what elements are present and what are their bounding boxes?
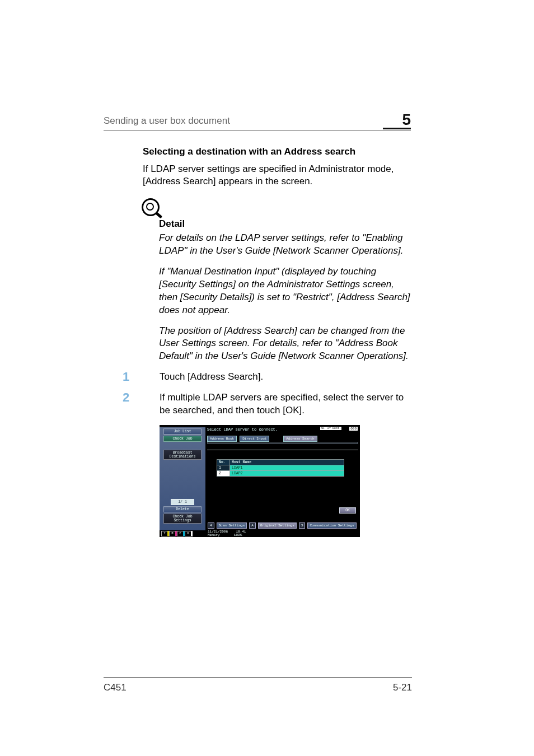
step-number-1: 1 (123, 370, 129, 384)
row2-no: 2 (217, 471, 230, 477)
table-row[interactable]: 1 LDAP1 (217, 465, 344, 471)
detail-paragraph-1: For details on the LDAP server settings,… (159, 232, 412, 258)
figure-separator (207, 446, 358, 450)
step-text-2: If multiple LDAP servers are specified, … (160, 391, 412, 417)
chapter-number-value: 5 (402, 111, 411, 128)
status-memory-label: Memory (208, 533, 220, 537)
step-number-2: 2 (123, 390, 129, 405)
chapter-number: 5 (383, 111, 411, 129)
status-memory-value: 100% (234, 533, 242, 537)
broadcast-destinations-button[interactable]: Broadcast Destinations (163, 450, 202, 460)
detail-heading: Detail (159, 218, 412, 230)
communication-settings-tab[interactable]: Communication Settings (307, 522, 356, 529)
tab-address-search[interactable]: Address Search (283, 436, 317, 442)
delete-button[interactable]: Delete (163, 506, 202, 512)
check-job-settings-button[interactable]: Check Job Settings (163, 514, 202, 524)
table-row[interactable]: 2 LDAP2 (217, 471, 344, 477)
running-head-text: Sending a user box document (104, 115, 411, 130)
four-label: 4 (208, 522, 214, 529)
s-label: S (299, 522, 306, 529)
figure-bottom-tabs: 4 Scan Settings A Original Settings S Co… (208, 522, 358, 529)
col-no-header: No. (217, 460, 230, 465)
page-footer: C451 5-21 (104, 677, 412, 693)
figure-main-panel: Select LDAP server to connect. No. of De… (205, 425, 360, 530)
scan-settings-tab[interactable]: Scan Settings (217, 522, 247, 529)
row2-host: LDAP2 (230, 471, 344, 477)
section-title: Selecting a destination with an Address … (143, 146, 412, 157)
footer-page-number: 5-21 (393, 682, 412, 693)
figure-left-panel: Job List Check Job Broadcast Destination… (160, 427, 205, 530)
figure-status-bar: YMCK 11/21/2006 18:41 Memory 100% (160, 530, 360, 537)
toner-y-icon: Y (161, 531, 169, 536)
page-indicator: 1/ 1 (171, 499, 194, 505)
toner-m-icon: M (169, 531, 177, 536)
ldap-server-table: No. Host Name 1 LDAP1 2 LDAP2 (217, 459, 344, 477)
detail-magnifier-icon (142, 198, 412, 216)
ok-button[interactable]: OK (339, 507, 356, 514)
col-host-header: Host Name (230, 460, 344, 465)
original-settings-tab[interactable]: Original Settings (258, 522, 297, 529)
detail-paragraph-2: If "Manual Destination Input" (displayed… (159, 265, 412, 317)
section-intro: If LDAP server settings are specified in… (143, 163, 412, 188)
step-text-1: Touch [Address Search]. (160, 371, 412, 384)
footer-model: C451 (104, 682, 127, 693)
a-label: A (249, 522, 256, 529)
detail-paragraph-3: The position of [Address Search] can be … (159, 325, 412, 363)
toner-c-icon: C (177, 531, 185, 536)
tab-address-book[interactable]: Address Book (207, 436, 237, 442)
tab-direct-input[interactable]: Direct Input (240, 436, 269, 442)
dest-count-value: 000 (349, 427, 358, 431)
check-job-button[interactable]: Check Job (163, 436, 202, 442)
toner-k-icon: K (185, 531, 193, 536)
row1-host: LDAP1 (230, 465, 344, 471)
ldap-screen-figure: Job List Check Job Broadcast Destination… (160, 425, 360, 537)
row1-no: 1 (217, 465, 230, 471)
dest-count-label: No. of Dest. (320, 427, 341, 430)
job-list-button[interactable]: Job List (163, 428, 202, 435)
